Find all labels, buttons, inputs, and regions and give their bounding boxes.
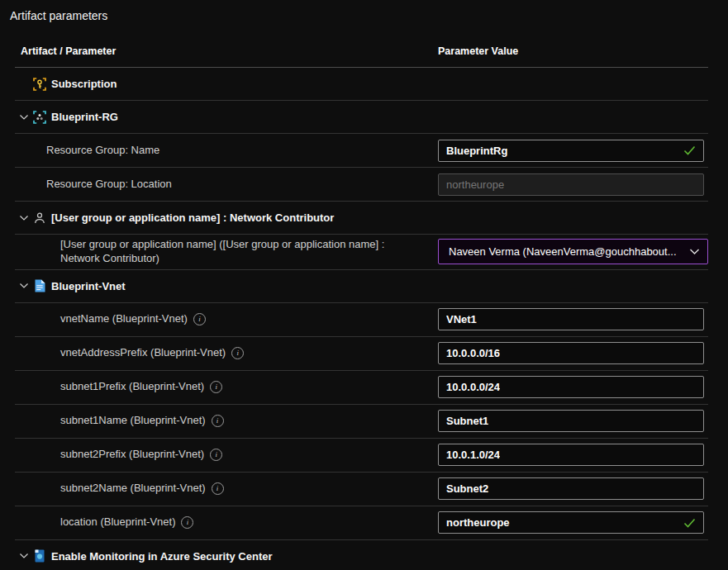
param-control-slot: Naveen Verma (NaveenVerma@gouchhabout...: [438, 239, 708, 264]
param-label: location (Blueprint-Vnet): [60, 515, 175, 530]
param-row-resource-group-location: Resource Group: Location northeurope: [15, 168, 708, 202]
chevron-down-icon[interactable]: [18, 215, 29, 221]
chevron-down-icon[interactable]: [18, 283, 29, 289]
param-row-user-group-assignment: [User group or application name] ([User …: [15, 235, 708, 270]
param-label: subnet2Prefix (Blueprint-Vnet): [60, 448, 204, 462]
group-row-blueprint-vnet: Blueprint-Vnet: [15, 270, 708, 303]
group-row-blueprint-rg: Blueprint-RG: [15, 101, 708, 134]
param-control-slot: 10.0.1.0/24: [438, 444, 708, 466]
info-icon[interactable]: i: [193, 313, 206, 325]
group-label: Subscription: [51, 78, 117, 90]
value-text: northeurope: [446, 516, 510, 529]
value-text: 10.0.0.0/16: [446, 347, 500, 359]
param-row-vnet-name: vnetName (Blueprint-Vnet) i VNet1: [15, 303, 708, 337]
valid-check-icon: [683, 145, 696, 155]
user-group-assignment-dropdown[interactable]: Naveen Verma (NaveenVerma@gouchhabout...: [438, 239, 708, 264]
resource-group-name-input[interactable]: BlueprintRg: [438, 140, 704, 162]
policy-icon: [32, 549, 46, 563]
value-text: Naveen Verma (NaveenVerma@gouchhabout...: [449, 245, 677, 258]
param-control-slot: Subnet1: [438, 410, 708, 432]
info-icon[interactable]: i: [210, 381, 222, 393]
value-text: VNet1: [446, 313, 477, 325]
param-label: subnet1Name (Blueprint-Vnet): [60, 414, 206, 428]
param-label: Resource Group: Location: [46, 178, 172, 192]
param-row-resource-group-name: Resource Group: Name BlueprintRg: [15, 134, 708, 168]
parameter-value-column-header: Parameter Value: [438, 45, 708, 57]
param-label-wrap: vnetName (Blueprint-Vnet) i: [15, 312, 438, 326]
param-control-slot: 10.0.0.0/24: [438, 376, 708, 398]
group-row-subscription: Subscription: [15, 68, 708, 101]
param-label-wrap: subnet1Prefix (Blueprint-Vnet) i: [15, 380, 438, 394]
subnet1-name-input[interactable]: Subnet1: [438, 410, 704, 432]
param-label: vnetName (Blueprint-Vnet): [60, 312, 188, 326]
vnet-address-prefix-input[interactable]: 10.0.0.0/16: [438, 342, 704, 364]
group-label: Blueprint-RG: [51, 111, 118, 123]
artifact-parameter-column-header: Artifact / Parameter: [15, 45, 438, 57]
info-icon[interactable]: i: [181, 516, 193, 529]
param-row-vnet-location: location (Blueprint-Vnet) i northeurope: [15, 506, 708, 540]
subnet2-prefix-input[interactable]: 10.0.1.0/24: [438, 444, 704, 466]
param-label: subnet1Prefix (Blueprint-Vnet): [60, 380, 204, 394]
table-header-row: Artifact / Parameter Parameter Value: [15, 26, 708, 68]
subnet1-prefix-input[interactable]: 10.0.0.0/24: [438, 376, 704, 398]
group-row-enable-monitoring: Enable Monitoring in Azure Security Cent…: [15, 540, 708, 570]
param-control-slot: BlueprintRg: [438, 140, 708, 162]
param-label-wrap: Resource Group: Location: [15, 178, 438, 192]
param-row-subnet2-name: subnet2Name (Blueprint-Vnet) i Subnet2: [15, 473, 708, 506]
param-label-wrap: location (Blueprint-Vnet) i: [15, 515, 438, 530]
param-label: subnet2Name (Blueprint-Vnet): [60, 482, 206, 496]
param-row-subnet1-name: subnet1Name (Blueprint-Vnet) i Subnet1: [15, 405, 708, 439]
resource-group-location-input: northeurope: [438, 173, 704, 196]
subnet2-name-input[interactable]: Subnet2: [438, 477, 704, 500]
param-row-subnet2-prefix: subnet2Prefix (Blueprint-Vnet) i 10.0.1.…: [15, 439, 708, 473]
vnet-location-input[interactable]: northeurope: [438, 511, 704, 534]
info-icon[interactable]: i: [210, 449, 222, 461]
chevron-down-icon[interactable]: [18, 114, 29, 121]
chevron-down-icon: [689, 249, 700, 255]
param-label-wrap: Resource Group: Name: [15, 144, 438, 158]
param-label-wrap: vnetAddressPrefix (Blueprint-Vnet) i: [15, 346, 438, 360]
param-label: vnetAddressPrefix (Blueprint-Vnet): [60, 346, 226, 360]
value-text: 10.0.0.0/24: [446, 381, 500, 393]
info-icon[interactable]: i: [212, 482, 224, 495]
param-row-vnet-address-prefix: vnetAddressPrefix (Blueprint-Vnet) i 10.…: [15, 337, 708, 371]
value-text: Subnet2: [446, 482, 488, 495]
param-row-subnet1-prefix: subnet1Prefix (Blueprint-Vnet) i 10.0.0.…: [15, 371, 708, 405]
parameters-table: Artifact / Parameter Parameter Value Sub…: [15, 26, 708, 570]
page-title: Artifact parameters: [0, 0, 728, 26]
param-control-slot: 10.0.0.0/16: [438, 342, 708, 364]
param-control-slot: Subnet2: [438, 477, 708, 500]
info-icon[interactable]: i: [212, 415, 224, 427]
artifact-parameters-panel: Artifact parameters Artifact / Parameter…: [0, 0, 728, 570]
value-text: northeurope: [446, 178, 504, 191]
group-row-network-contributor: [User group or application name] : Netwo…: [15, 202, 708, 235]
vnet-name-input[interactable]: VNet1: [438, 308, 704, 330]
param-label-wrap: subnet2Prefix (Blueprint-Vnet) i: [15, 448, 438, 462]
subscription-icon: [32, 77, 46, 91]
group-label: [User group or application name] : Netwo…: [51, 211, 334, 224]
resource-group-icon: [32, 110, 46, 124]
info-icon[interactable]: i: [231, 347, 244, 359]
value-text: BlueprintRg: [446, 145, 507, 157]
value-text: 10.0.1.0/24: [446, 449, 500, 461]
param-label-wrap: subnet1Name (Blueprint-Vnet) i: [15, 414, 438, 428]
param-control-slot: northeurope: [438, 511, 708, 534]
chevron-down-icon[interactable]: [18, 553, 29, 559]
template-icon: [32, 279, 46, 293]
param-label: [User group or application name] ([User …: [60, 238, 416, 266]
table-body: Subscription Blueprint-RG Resource Group…: [15, 68, 708, 570]
person-icon: [32, 211, 46, 225]
group-label: Blueprint-Vnet: [51, 280, 126, 292]
param-label-wrap: subnet2Name (Blueprint-Vnet) i: [15, 482, 438, 496]
param-control-slot: northeurope: [438, 173, 708, 196]
param-control-slot: VNet1: [438, 308, 708, 330]
param-label: Resource Group: Name: [46, 144, 159, 158]
param-label-wrap: [User group or application name] ([User …: [15, 238, 438, 266]
group-label: Enable Monitoring in Azure Security Cent…: [51, 550, 273, 563]
valid-check-icon: [683, 518, 696, 528]
value-text: Subnet1: [446, 415, 488, 427]
